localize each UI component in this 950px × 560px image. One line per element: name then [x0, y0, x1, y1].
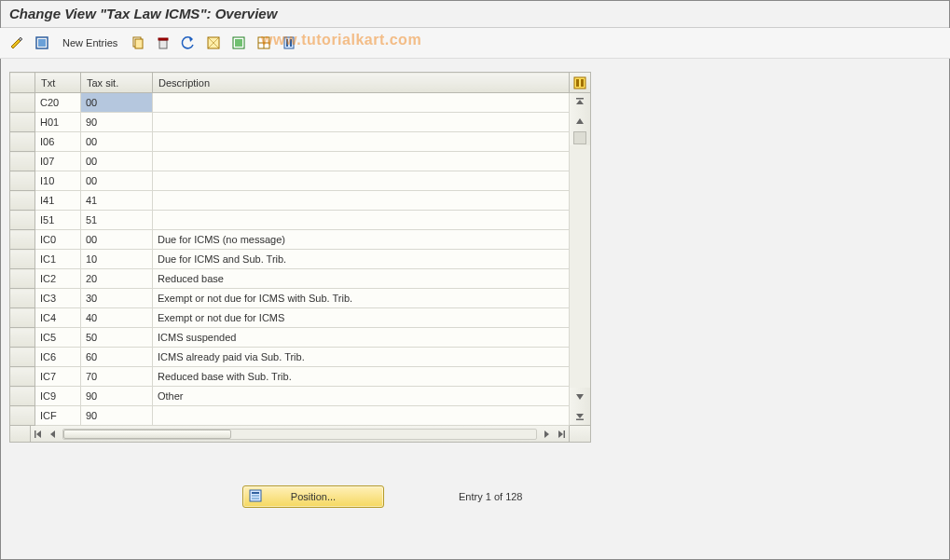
row-selector[interactable]: [10, 230, 35, 250]
row-selector[interactable]: [10, 191, 35, 211]
cell-description[interactable]: [153, 406, 570, 426]
scroll-up-icon[interactable]: [570, 112, 590, 130]
cell-txt[interactable]: ICF: [35, 406, 81, 426]
table-row[interactable]: I0700: [10, 152, 570, 171]
cell-description[interactable]: Exempt or not due for ICMS: [153, 308, 570, 328]
scroll-thumb[interactable]: [570, 130, 590, 145]
col-txt[interactable]: Txt: [35, 73, 81, 93]
cell-description[interactable]: [153, 113, 570, 132]
row-selector[interactable]: [10, 171, 35, 191]
row-selector[interactable]: [10, 132, 35, 152]
row-selector[interactable]: [10, 406, 35, 426]
cell-txt[interactable]: IC1: [35, 250, 81, 269]
delete-icon[interactable]: [152, 33, 174, 53]
cell-txt[interactable]: IC3: [35, 289, 81, 308]
cell-description[interactable]: Reduced base: [153, 269, 570, 289]
cell-description[interactable]: Due for ICMS (no message): [153, 230, 570, 250]
vertical-scrollbar[interactable]: [570, 72, 591, 426]
hscroll-right-icon[interactable]: [539, 426, 554, 442]
row-selector[interactable]: [10, 289, 35, 308]
table-row[interactable]: IC660ICMS already paid via Sub. Trib.: [10, 348, 570, 367]
cell-taxsit[interactable]: 00: [81, 152, 153, 171]
table-row[interactable]: I5151: [10, 211, 570, 230]
row-selector[interactable]: [10, 269, 35, 289]
cell-description[interactable]: Exempt or not due for ICMS with Sub. Tri…: [153, 289, 570, 308]
cell-description[interactable]: [153, 132, 570, 152]
cell-taxsit[interactable]: 00: [81, 93, 153, 113]
toggle-change-icon[interactable]: [6, 33, 28, 53]
table-settings-icon[interactable]: [570, 73, 590, 93]
cell-taxsit[interactable]: 40: [81, 308, 153, 328]
cell-txt[interactable]: IC2: [35, 269, 81, 289]
cell-description[interactable]: ICMS suspended: [153, 328, 570, 348]
col-rowselector[interactable]: [10, 73, 35, 93]
table-row[interactable]: IC440Exempt or not due for ICMS: [10, 308, 570, 328]
hscroll-first-icon[interactable]: [31, 426, 46, 442]
table-row[interactable]: I1000: [10, 171, 570, 191]
cell-description[interactable]: Other: [153, 387, 570, 406]
undo-icon[interactable]: [177, 33, 200, 53]
row-selector[interactable]: [10, 328, 35, 348]
cell-description[interactable]: [153, 152, 570, 171]
row-selector[interactable]: [10, 113, 35, 132]
config-icon[interactable]: [278, 33, 300, 53]
table-row[interactable]: I0600: [10, 132, 570, 152]
hscroll-last-icon[interactable]: [554, 426, 569, 442]
row-selector[interactable]: [10, 152, 35, 171]
cell-taxsit[interactable]: 30: [81, 289, 153, 308]
cell-txt[interactable]: IC0: [35, 230, 81, 250]
cell-taxsit[interactable]: 51: [81, 211, 153, 230]
cell-txt[interactable]: IC4: [35, 308, 81, 328]
table-row[interactable]: IC220Reduced base: [10, 269, 570, 289]
scroll-top-icon[interactable]: [570, 93, 590, 112]
row-selector[interactable]: [10, 93, 35, 113]
other-entry-icon[interactable]: [31, 33, 53, 53]
horizontal-scrollbar[interactable]: [9, 426, 591, 443]
cell-taxsit[interactable]: 41: [81, 191, 153, 211]
table-row[interactable]: H0190: [10, 113, 570, 132]
cell-txt[interactable]: IC7: [35, 367, 81, 387]
table-row[interactable]: I4141: [10, 191, 570, 211]
row-selector[interactable]: [10, 308, 35, 328]
position-button[interactable]: Position...: [242, 485, 384, 508]
cell-taxsit[interactable]: 20: [81, 269, 153, 289]
cell-txt[interactable]: I07: [35, 152, 81, 171]
cell-description[interactable]: Reduced base with Sub. Trib.: [153, 367, 570, 387]
cell-description[interactable]: ICMS already paid via Sub. Trib.: [153, 348, 570, 367]
col-description[interactable]: Description: [153, 73, 570, 93]
select-block-icon[interactable]: [227, 33, 250, 53]
new-entries-button[interactable]: New Entries: [56, 34, 124, 51]
cell-description[interactable]: [153, 171, 570, 191]
table-row[interactable]: IC330Exempt or not due for ICMS with Sub…: [10, 289, 570, 308]
cell-taxsit[interactable]: 90: [81, 113, 153, 132]
cell-txt[interactable]: I51: [35, 211, 81, 230]
copy-icon[interactable]: [127, 33, 149, 53]
table-row[interactable]: C2000: [10, 93, 570, 113]
cell-taxsit[interactable]: 90: [81, 406, 153, 426]
cell-taxsit[interactable]: 00: [81, 230, 153, 250]
scroll-down-icon[interactable]: [570, 388, 590, 406]
cell-txt[interactable]: IC6: [35, 348, 81, 367]
cell-txt[interactable]: I41: [35, 191, 81, 211]
cell-description[interactable]: [153, 211, 570, 230]
row-selector[interactable]: [10, 367, 35, 387]
deselect-all-icon[interactable]: [253, 33, 275, 53]
cell-taxsit[interactable]: 50: [81, 328, 153, 348]
cell-description[interactable]: Due for ICMS and Sub. Trib.: [153, 250, 570, 269]
cell-txt[interactable]: C20: [35, 93, 81, 113]
cell-taxsit[interactable]: 70: [81, 367, 153, 387]
cell-txt[interactable]: I06: [35, 132, 81, 152]
table-row[interactable]: IC110Due for ICMS and Sub. Trib.: [10, 250, 570, 269]
hscroll-thumb[interactable]: [63, 430, 231, 439]
hscroll-left-icon[interactable]: [46, 426, 61, 442]
cell-taxsit[interactable]: 60: [81, 348, 153, 367]
row-selector[interactable]: [10, 348, 35, 367]
cell-txt[interactable]: IC5: [35, 328, 81, 348]
col-taxsit[interactable]: Tax sit.: [81, 73, 153, 93]
table-row[interactable]: ICF90: [10, 406, 570, 426]
cell-description[interactable]: [153, 93, 570, 113]
table-row[interactable]: IC000Due for ICMS (no message): [10, 230, 570, 250]
cell-taxsit[interactable]: 10: [81, 250, 153, 269]
cell-taxsit[interactable]: 00: [81, 171, 153, 191]
cell-taxsit[interactable]: 00: [81, 132, 153, 152]
